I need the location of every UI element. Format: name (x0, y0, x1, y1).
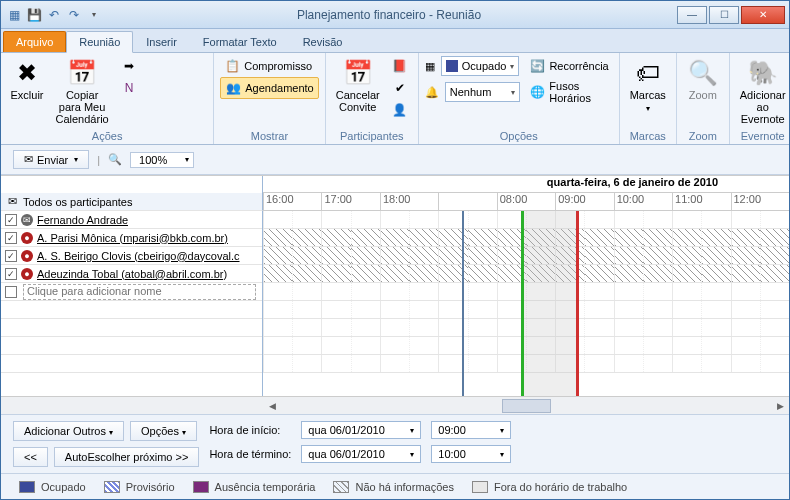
all-participants-header: Todos os participantes (23, 196, 258, 208)
checkbox[interactable]: ✓ (5, 232, 17, 244)
show-as-combo[interactable]: Ocupado▾ (441, 56, 520, 76)
legend-oof: Ausência temporária (193, 481, 316, 493)
empty-row (1, 337, 262, 355)
legend-tentative: Provisório (104, 481, 175, 493)
checkbox[interactable] (5, 286, 17, 298)
time-header-cell: 11:00 (672, 193, 730, 211)
participant-column: ✓✉Fernando Andrade ✓●A. Parisi Mônica (m… (1, 211, 263, 396)
evernote-icon: 🐘 (747, 57, 779, 89)
timezones-button[interactable]: 🌐Fusos Horários (526, 81, 612, 103)
save-icon[interactable]: 💾 (25, 6, 43, 24)
response-options-button[interactable]: 👤 (388, 99, 412, 121)
start-time-input[interactable]: 09:00▾ (431, 421, 511, 439)
legend-noinfo: Não há informações (333, 481, 453, 493)
checkbox[interactable]: ✓ (5, 268, 17, 280)
empty-row (1, 319, 262, 337)
time-header-cell: 18:00 (380, 193, 438, 211)
send-button[interactable]: ✉Enviar▾ (13, 150, 89, 169)
ribbon-group-participants: 📅 Cancelar Convite 📕 ✔ 👤 Participantes (326, 53, 419, 144)
start-label: Hora de início: (209, 424, 291, 436)
ribbon-group-show: 📋Compromisso 👥Agendamento Mostrar (214, 53, 326, 144)
add-participant-row[interactable] (1, 283, 262, 301)
forward-icon: ➡ (121, 58, 137, 74)
empty-row (1, 355, 262, 373)
zoom-button[interactable]: 🔍 Zoom (683, 55, 723, 103)
autopick-back-button[interactable]: << (13, 447, 48, 467)
recurrence-button[interactable]: 🔄Recorrência (525, 55, 612, 77)
legend: Ocupado Provisório Ausência temporária N… (1, 473, 789, 499)
copy-to-calendar-button[interactable]: 📅 Copiar para Meu Calendário (51, 55, 113, 127)
tab-file[interactable]: Arquivo (3, 31, 66, 52)
qat-customize[interactable] (85, 6, 103, 24)
close-button[interactable]: ✕ (741, 6, 785, 24)
titlebar: ▦ 💾 ↶ ↷ Planejamento financeiro - Reuniã… (1, 1, 789, 29)
magnifier-icon: 🔍 (108, 153, 122, 166)
envelope-icon: ✉ (5, 195, 19, 208)
tab-format[interactable]: Formatar Texto (190, 31, 290, 52)
options-button[interactable]: Opções ▾ (130, 421, 197, 441)
zoom-combo[interactable]: 100%▾ (130, 152, 194, 168)
check-names-button[interactable]: ✔ (388, 77, 412, 99)
tab-insert[interactable]: Inserir (133, 31, 190, 52)
checkbox[interactable]: ✓ (5, 214, 17, 226)
evernote-button[interactable]: 🐘 Adicionar ao Evernote (736, 55, 790, 127)
organizer-icon: ✉ (21, 214, 33, 226)
appointment-icon: 📋 (224, 58, 240, 74)
show-as-icon: ▦ (425, 60, 435, 73)
tab-meeting[interactable]: Reunião (66, 31, 133, 53)
scroll-left-icon[interactable]: ◀ (263, 401, 281, 411)
reminder-combo[interactable]: Nenhum▾ (445, 82, 521, 102)
participant-name: Adeuzinda Tobal (atobal@abril.com.br) (37, 268, 227, 280)
time-header-cell: 08:00 (497, 193, 555, 211)
tags-icon: 🏷 (632, 57, 664, 89)
start-date-input[interactable]: qua 06/01/2010▾ (301, 421, 421, 439)
window-title: Planejamento financeiro - Reunião (103, 8, 675, 22)
scheduling-icon: 👥 (225, 80, 241, 96)
window-buttons: — ☐ ✕ (675, 6, 785, 24)
empty-row (1, 301, 262, 319)
zoom-icon: 🔍 (687, 57, 719, 89)
autopick-next-button[interactable]: AutoEscolher próximo >> (54, 447, 200, 467)
scroll-thumb[interactable] (502, 399, 551, 413)
send-toolbar: ✉Enviar▾ | 🔍 100%▾ (1, 145, 789, 175)
required-icon: ● (21, 268, 33, 280)
calendar-copy-icon: 📅 (66, 57, 98, 89)
reminder-icon: 🔔 (425, 86, 439, 99)
calendar-icon[interactable]: ▦ (5, 6, 23, 24)
time-header-cell: 09:00 (555, 193, 613, 211)
appointment-button[interactable]: 📋Compromisso (220, 55, 319, 77)
time-header-cell: 16:00 (263, 193, 321, 211)
scroll-right-icon[interactable]: ▶ (771, 401, 789, 411)
onenote-button[interactable]: N (117, 77, 207, 99)
add-participant-input[interactable] (27, 285, 252, 297)
checkbox[interactable]: ✓ (5, 250, 17, 262)
participant-row[interactable]: ✓✉Fernando Andrade (1, 211, 262, 229)
recurrence-icon: 🔄 (529, 58, 545, 74)
delete-button[interactable]: ✖ Excluir (7, 55, 47, 103)
forward-button[interactable]: ➡ (117, 55, 207, 77)
participant-name: A. Parisi Mônica (mparisi@bkb.com.br) (37, 232, 228, 244)
horizontal-scrollbar[interactable]: ◀ ▶ (1, 396, 789, 414)
undo-icon[interactable]: ↶ (45, 6, 63, 24)
address-book-button[interactable]: 📕 (388, 55, 412, 77)
participant-row[interactable]: ✓●Adeuzinda Tobal (atobal@abril.com.br) (1, 265, 262, 283)
ribbon-group-options: ▦ Ocupado▾ 🔄Recorrência 🔔 Nenhum▾ 🌐Fusos… (419, 53, 620, 144)
tags-button[interactable]: 🏷 Marcas ▾ (626, 55, 670, 115)
timeline[interactable] (263, 211, 789, 396)
scheduling-button[interactable]: 👥Agendamento (220, 77, 319, 99)
participant-row[interactable]: ✓●A. S. Beirigo Clovis (cbeirigo@daycova… (1, 247, 262, 265)
minimize-button[interactable]: — (677, 6, 707, 24)
time-header-cell: 17:00 (321, 193, 379, 211)
cancel-invite-button[interactable]: 📅 Cancelar Convite (332, 55, 384, 115)
end-date-input[interactable]: qua 06/01/2010▾ (301, 445, 421, 463)
ribbon-group-evernote: 🐘 Adicionar ao Evernote Evernote (730, 53, 790, 144)
onenote-icon: N (121, 80, 137, 96)
bottom-controls: Adicionar Outros ▾ Opções ▾ << AutoEscol… (1, 414, 789, 473)
tab-review[interactable]: Revisão (290, 31, 356, 52)
selection-band[interactable] (521, 211, 579, 396)
maximize-button[interactable]: ☐ (709, 6, 739, 24)
add-others-button[interactable]: Adicionar Outros ▾ (13, 421, 124, 441)
end-time-input[interactable]: 10:00▾ (431, 445, 511, 463)
redo-icon[interactable]: ↷ (65, 6, 83, 24)
participant-row[interactable]: ✓●A. Parisi Mônica (mparisi@bkb.com.br) (1, 229, 262, 247)
